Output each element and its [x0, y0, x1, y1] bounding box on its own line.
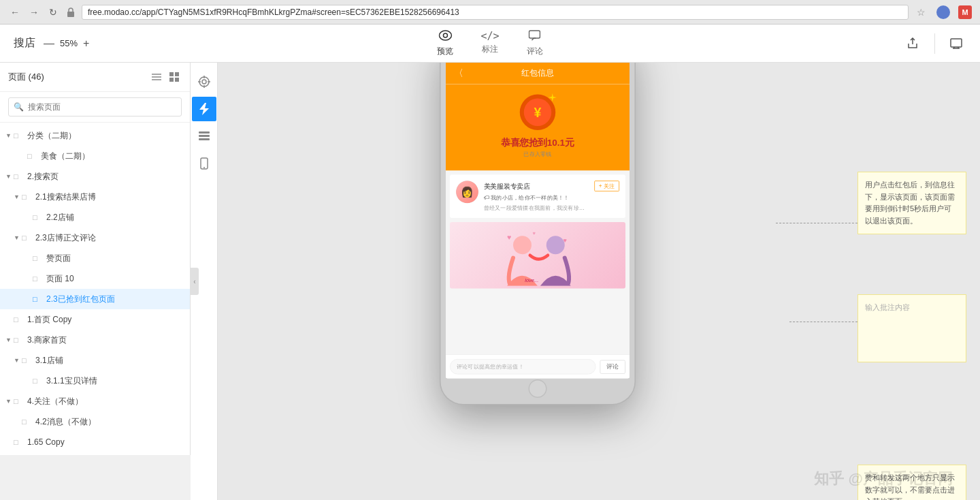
tab-annotate[interactable]: </> 标注: [480, 30, 499, 57]
folder-icon: □: [22, 234, 33, 242]
annotation-line-2: [789, 322, 858, 322]
comment-input[interactable]: 评论可以提高您的幸运值！: [450, 359, 596, 375]
store-illustration: ♥ ♥ ♥: [482, 224, 594, 285]
sidebar-item-home-copy[interactable]: □ 1.首页 Copy: [0, 309, 190, 330]
sidebar-item-shop[interactable]: □ 2.2店铺: [0, 207, 190, 228]
sidebar-item-redpacket[interactable]: □ 2.3已抢到红包页面: [0, 289, 190, 309]
phone-home-button[interactable]: [529, 379, 547, 398]
search-icon: 🔍: [14, 102, 24, 112]
header-right: [903, 33, 966, 54]
forward-button[interactable]: →: [27, 5, 41, 19]
sidebar-item-shop3[interactable]: ▼ □ 3.1店铺: [0, 350, 190, 371]
store-name-row: 美美服装专卖店 + 关注: [484, 181, 620, 191]
refresh-button[interactable]: ↻: [46, 5, 60, 19]
zoom-level: 55%: [60, 38, 78, 48]
sidebar-search: 🔍: [0, 92, 190, 123]
svg-point-27: [546, 236, 565, 254]
sidebar-item-label: 2.3店博正文评论: [35, 232, 184, 244]
page-icon: □: [22, 418, 33, 426]
layers-tool-button[interactable]: [192, 124, 216, 149]
export-button[interactable]: [903, 33, 924, 54]
svg-rect-18: [199, 131, 210, 134]
annotation-note-1: 用户点击红包后，到信息往下，显示该页面，该页面需要用到倒计时5秒后用户可以退出该…: [858, 172, 966, 234]
search-input[interactable]: [8, 97, 182, 116]
back-button-phone[interactable]: 〈: [454, 67, 463, 79]
sidebar-item-search[interactable]: ▼ □ 2.搜索页: [0, 166, 190, 187]
phone-container: ●●● ▲ 12:00 ▬▬▬ 〈 红包信息: [408, 63, 667, 500]
tab-preview[interactable]: 预览: [437, 30, 453, 57]
folder-icon: □: [14, 131, 24, 140]
comment-bar: 评论可以提高您的幸运值！ 评论: [446, 354, 630, 378]
phone-nav-bar: 〈 红包信息: [446, 63, 630, 84]
page-icon: □: [33, 213, 44, 221]
sidebar-item-shop-comment[interactable]: ▼ □ 2.3店博正文评论: [0, 228, 190, 248]
canvas-area: ●●● ▲ 12:00 ▬▬▬ 〈 红包信息: [191, 63, 980, 500]
redpacket-amount: 恭喜您抢到10.1元: [501, 136, 574, 149]
annotation-note-3: 赞和转发这两个地方只显示数字就可以，不需要点击进入其他页面: [858, 465, 966, 500]
page-icon: □: [33, 275, 44, 283]
follow-button[interactable]: + 关注: [594, 181, 619, 191]
store-desc1: 🏷 我的小店，给你不一样的美！！: [484, 193, 620, 202]
list-view-button[interactable]: [149, 69, 164, 84]
arrow-icon: ▼: [14, 234, 22, 241]
folder-icon: □: [14, 336, 24, 344]
main-area: 页面 (46) 🔍: [0, 63, 980, 500]
svg-point-13: [202, 80, 206, 84]
redpacket-icon-wrap: ¥: [520, 95, 556, 131]
lightning-tool-button[interactable]: [192, 97, 216, 121]
store-desc2: 曾经又一段爱情摆在我面前，我没有珍惜......: [484, 204, 586, 211]
nav-title: 红包信息: [521, 67, 554, 78]
sidebar-item-merchant[interactable]: ▼ □ 3.商家首页: [0, 330, 190, 350]
sidebar-collapse-button[interactable]: ‹: [191, 268, 199, 295]
page-icon: □: [33, 377, 44, 385]
svg-point-12: [199, 77, 209, 87]
address-bar[interactable]: free.modao.cc/app/CTYagN5MS1xfR9RHcqFBmh…: [82, 5, 909, 20]
sidebar-item-label: 3.1.1宝贝详情: [46, 375, 184, 387]
grid-view-button[interactable]: [167, 69, 182, 84]
arrow-icon: ▼: [14, 193, 22, 200]
svg-rect-0: [67, 12, 74, 17]
sidebar-header: 页面 (46): [0, 63, 190, 92]
svg-text:♥: ♥: [507, 233, 511, 241]
zoom-minus-button[interactable]: —: [44, 37, 54, 50]
target-tool-button[interactable]: [192, 69, 216, 94]
svg-point-2: [439, 31, 451, 40]
page-icon: □: [33, 254, 44, 262]
store-card: 👩 美美服装专卖店 + 关注: [450, 174, 625, 217]
sidebar-item-category2[interactable]: ▼ □ 分类（二期）: [0, 125, 190, 146]
header-toolbar: 搜店 — 55% + 预览 </> 标注: [0, 25, 980, 63]
user-avatar[interactable]: [936, 5, 950, 19]
comment-submit-button[interactable]: 评论: [600, 360, 626, 373]
annotation-note-2: 输入批注内容: [858, 294, 966, 362]
arrow-icon: ▼: [5, 132, 14, 139]
sidebar-item-label: 分类（二期）: [27, 130, 184, 142]
back-button[interactable]: ←: [8, 5, 22, 19]
svg-rect-3: [529, 31, 540, 38]
svg-rect-4: [951, 39, 962, 47]
store-info: 美美服装专卖店 + 关注 🏷 我的小店，给你不一样的美！！ 曾经又一段爱情摆在我…: [484, 181, 620, 211]
sidebar-item-label: 3.商家首页: [27, 334, 184, 346]
sidebar-item-like[interactable]: □ 赞页面: [0, 248, 190, 268]
zoom-plus-button[interactable]: +: [83, 37, 89, 50]
tab-comment[interactable]: 评论: [527, 30, 543, 57]
sidebar-item-search-result[interactable]: ▼ □ 2.1搜索结果店博: [0, 187, 190, 207]
sidebar-item-follow[interactable]: ▼ □ 4.关注（不做）: [0, 391, 190, 411]
bookmark-icon[interactable]: ☆: [917, 7, 926, 18]
svg-point-1: [443, 33, 447, 37]
sidebar-item-label: 2.2店铺: [46, 212, 184, 223]
sidebar-item-item-detail[interactable]: □ 3.1.1宝贝详情: [0, 371, 190, 391]
sidebar-item-label: 赞页面: [46, 253, 184, 264]
sidebar-item-1-65[interactable]: □ 1.65 Copy: [0, 432, 190, 452]
extension-icon[interactable]: M: [958, 5, 972, 19]
phone-content: ¥ 恭喜您抢到10.1元 已存入零钱: [446, 84, 630, 379]
present-button[interactable]: [946, 33, 966, 54]
svg-text:love...: love...: [525, 277, 538, 283]
folder-icon: □: [14, 172, 24, 181]
svg-text:♥: ♥: [533, 230, 536, 236]
svg-rect-10: [169, 78, 174, 82]
search-wrap: 🔍: [8, 97, 182, 116]
mobile-tool-button[interactable]: [192, 151, 216, 176]
sidebar-item-page10[interactable]: □ 页面 10: [0, 268, 190, 289]
sidebar-item-message[interactable]: □ 4.2消息（不做）: [0, 411, 190, 432]
sidebar-item-food2[interactable]: □ 美食（二期）: [0, 146, 190, 166]
